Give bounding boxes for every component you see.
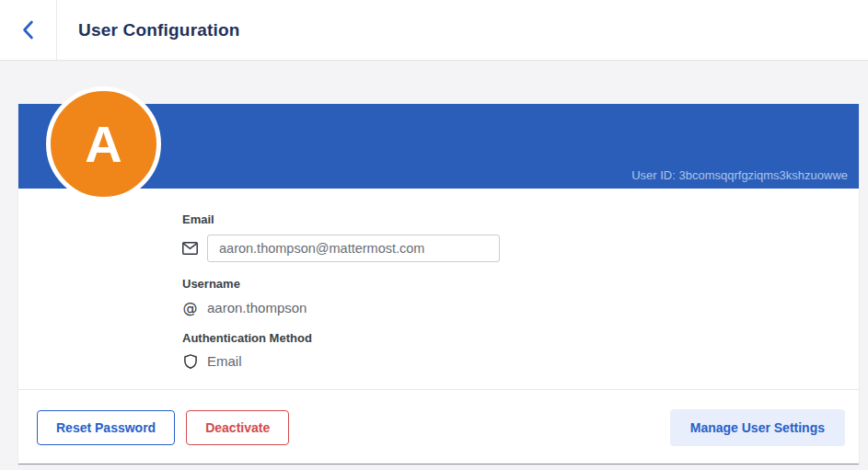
user-id-text: User ID: 3bcomsqqrfgziqms3kshzuowwe [631, 168, 848, 182]
chevron-left-icon [22, 20, 34, 40]
shield-icon [182, 354, 198, 369]
page-title: User Configuration [78, 20, 240, 40]
avatar: A [46, 86, 161, 201]
avatar-letter: A [85, 114, 122, 174]
username-field-group: Username @ aaron.thompson [182, 277, 840, 316]
auth-method-label: Authentication Method [182, 331, 840, 345]
auth-method-value: Email [207, 353, 242, 369]
header: User Configuration [0, 0, 868, 61]
profile-details: Email Username @ aaron.thompson Authenti… [18, 189, 859, 389]
deactivate-button[interactable]: Deactivate [186, 410, 289, 445]
envelope-icon [182, 242, 198, 255]
email-field-group: Email [182, 212, 840, 262]
manage-user-settings-button[interactable]: Manage User Settings [670, 409, 845, 446]
at-sign-icon: @ [182, 299, 198, 316]
reset-password-button[interactable]: Reset Password [37, 410, 175, 445]
username-label: Username [182, 277, 840, 291]
card-footer: Reset Password Deactivate Manage User Se… [18, 389, 859, 464]
username-value: aaron.thompson [207, 300, 307, 315]
email-input[interactable] [207, 235, 500, 262]
email-label: Email [182, 212, 840, 226]
auth-method-field-group: Authentication Method Email [182, 331, 840, 369]
back-button[interactable] [0, 0, 57, 60]
